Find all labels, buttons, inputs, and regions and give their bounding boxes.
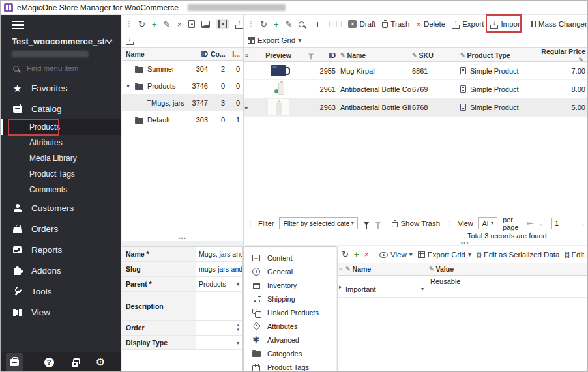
trash-button[interactable]: Trash [382, 20, 409, 28]
export-grid-button[interactable]: Export Grid ▾ [248, 36, 301, 44]
display-type-field-select[interactable]: ▾ [196, 336, 242, 349]
parent-field-select[interactable]: Products▾ [196, 277, 242, 291]
sidebar-item-customers[interactable]: Customers [1, 197, 121, 218]
category-row-default[interactable]: Default 303 0 1 [122, 111, 243, 128]
expander-icon[interactable]: ▾ [125, 83, 131, 89]
per-page-select[interactable]: ALL ▾ [478, 217, 497, 229]
add-product-button[interactable]: + [274, 20, 279, 29]
sidebar-item-favorites[interactable]: ★ Favorites [1, 78, 121, 98]
order-field-stepper[interactable]: ▴▾ [196, 321, 242, 335]
add-attribute-button[interactable]: + [354, 250, 359, 259]
tab-shipping[interactable]: Shipping [244, 292, 336, 306]
apply-filter-icon[interactable] [363, 222, 370, 225]
column-header-type[interactable]: ✎Product Type [459, 51, 533, 59]
sidebar-item-catalog[interactable]: Catalog [1, 98, 121, 119]
show-trash-button[interactable]: Show Trash [392, 220, 440, 227]
tab-product-tags[interactable]: Product Tags [244, 360, 336, 372]
export-categories-button[interactable]: ↑ [235, 20, 243, 29]
tab-linked-products[interactable]: Linked Products [244, 306, 336, 319]
edit-category-button[interactable]: ✎ [164, 20, 171, 29]
category-filter-select[interactable]: Filter by selected category(ies) ▾ [279, 217, 357, 229]
drag-handle[interactable]: ⋮ [126, 21, 132, 27]
category-row-mugs[interactable]: Mugs, jars an 3747 3 0 [122, 94, 243, 111]
lock-button[interactable] [66, 353, 83, 371]
view-button[interactable]: View ▾ [379, 251, 413, 259]
split-view-button[interactable] [216, 19, 229, 29]
store-manager-button[interactable] [6, 353, 23, 371]
export-grid-button[interactable]: Export Grid ▾ [418, 251, 471, 259]
tab-attributes[interactable]: Attributes [244, 319, 336, 333]
copy-button[interactable] [311, 21, 318, 27]
sidebar-item-reports[interactable]: Reports [1, 239, 121, 260]
product-row[interactable]: 2961 Antibacterial Bottle Copil 6769 Sim… [244, 80, 588, 98]
sidebar-item-comments[interactable]: Comments [1, 182, 121, 197]
column-header-id[interactable]: ID [316, 51, 339, 59]
category-row-summer[interactable]: Summer 304 2 0 [122, 61, 243, 78]
add-category-button[interactable]: + [152, 20, 157, 29]
help-button[interactable]: ? [40, 353, 57, 371]
sidebar-item-media-library[interactable]: Media Library [1, 150, 121, 166]
sidebar-item-products[interactable]: Products [1, 119, 121, 135]
column-header-sku[interactable]: ✎SKU [411, 51, 459, 59]
column-header-name[interactable]: Name [122, 50, 184, 58]
delete-category-button[interactable]: × [177, 20, 182, 29]
column-header-id[interactable]: ID [184, 50, 211, 58]
attribute-row[interactable]: ▸ Important ▾ Reusable [338, 276, 588, 298]
slug-field-value[interactable]: mugs-jars-and-therm [196, 262, 242, 276]
sidebar-item-view[interactable]: View [1, 302, 121, 322]
product-row-selected[interactable]: ▸ 2963 Antibacterial Bottle Gliter 6768 … [244, 98, 588, 117]
filter-sort-icon[interactable] [308, 54, 314, 57]
store-selector[interactable]: Test_woocommerce_store... [1, 33, 121, 49]
tab-general[interactable]: iGeneral [244, 265, 336, 278]
drag-handle[interactable]: ⋮ [247, 220, 253, 227]
clear-filter-icon[interactable] [375, 222, 381, 225]
refresh-attributes-button[interactable]: ↻ [342, 250, 349, 259]
delete-button[interactable]: × Delete [416, 20, 445, 29]
column-header-price[interactable]: Regular Price ✎ [533, 48, 588, 63]
settings-button[interactable]: ⚙ [92, 353, 109, 371]
next-page-button[interactable]: → [578, 219, 585, 228]
tab-inventory[interactable]: Inventory [244, 278, 336, 292]
drag-handle[interactable]: ⋮ [248, 21, 254, 27]
first-page-button[interactable]: ⇤ [527, 219, 533, 228]
draft-button[interactable]: × Draft [348, 20, 375, 28]
category-row-products[interactable]: ▾Products 3746 0 0 [122, 78, 243, 94]
spinner-down-icon[interactable]: ▾ [237, 327, 239, 332]
column-header-name[interactable]: ✎Name [345, 265, 429, 273]
category-image-button[interactable] [201, 21, 210, 28]
description-field-value[interactable] [196, 292, 242, 320]
sidebar-item-attributes[interactable]: Attributes [1, 135, 121, 150]
menu-search-input[interactable] [27, 64, 98, 72]
paste-button[interactable] [325, 21, 330, 27]
column-header-extra[interactable]: I... [228, 50, 243, 58]
prev-page-button[interactable]: ← [538, 219, 546, 228]
column-header-count[interactable]: Co... [211, 50, 228, 58]
column-header-preview[interactable]: Preview [250, 51, 306, 59]
delete-attribute-button[interactable]: × [364, 250, 370, 259]
sidebar-item-product-tags[interactable]: Product Tags [1, 166, 121, 182]
product-row[interactable]: 2955 Mug Kirpal 6861 Simple Product 7.00 [244, 62, 588, 80]
import-button[interactable]: ↓ Import [490, 20, 522, 29]
tab-content[interactable]: Content [244, 251, 336, 265]
spinner-up-icon[interactable]: ▴ [237, 322, 239, 327]
expander-icon[interactable]: ▸ [338, 283, 345, 290]
paste-special-button[interactable] [336, 21, 342, 27]
import-categories-button[interactable]: ↓ [126, 36, 134, 45]
edit-product-button[interactable]: ✎ [286, 20, 293, 29]
panel-resize-grip[interactable]: ⋯ [178, 236, 187, 241]
export-button[interactable]: ↑ Export [452, 20, 484, 29]
mass-changer-button[interactable]: Mass Changer [529, 20, 587, 28]
column-header-name[interactable]: ✎Name [339, 51, 411, 59]
sidebar-item-orders[interactable]: Orders [1, 218, 121, 239]
menu-toggle-button[interactable] [1, 15, 121, 33]
chevron-down-icon[interactable]: ▾ [421, 286, 429, 292]
edit-json-button[interactable]: [:] Edit as JSON Data [565, 251, 588, 259]
drag-handle[interactable]: ⋮ [447, 220, 452, 227]
search-products-button[interactable] [299, 21, 304, 27]
sidebar-item-addons[interactable]: Addons [1, 260, 121, 281]
refresh-products-button[interactable]: ↻ [260, 20, 267, 29]
preview-category-button[interactable] [188, 20, 195, 28]
name-field-value[interactable]: Mugs, jars and therm [196, 247, 242, 261]
tab-advanced[interactable]: ✱Advanced [244, 333, 336, 347]
tab-categories[interactable]: Categories [244, 347, 336, 360]
